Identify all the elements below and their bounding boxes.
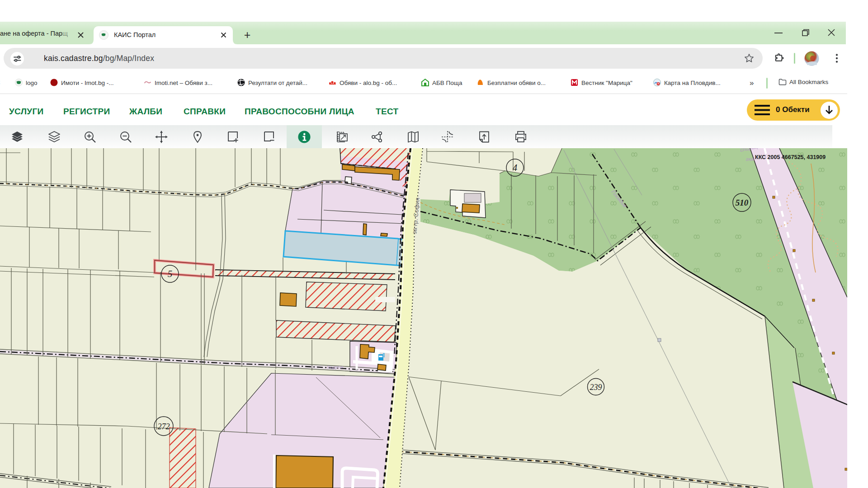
svg-text:гюк: гюк bbox=[746, 156, 755, 162]
svg-text:272: 272 bbox=[158, 422, 170, 431]
svg-text:510: 510 bbox=[736, 198, 749, 207]
svg-text:239: 239 bbox=[590, 383, 602, 392]
svg-text:4: 4 bbox=[513, 162, 518, 173]
svg-text:5: 5 bbox=[168, 268, 173, 279]
svg-text:Родопи: Родопи bbox=[327, 364, 343, 370]
svg-text:ККС 2005 4667525, 431909: ККС 2005 4667525, 431909 bbox=[755, 154, 826, 160]
